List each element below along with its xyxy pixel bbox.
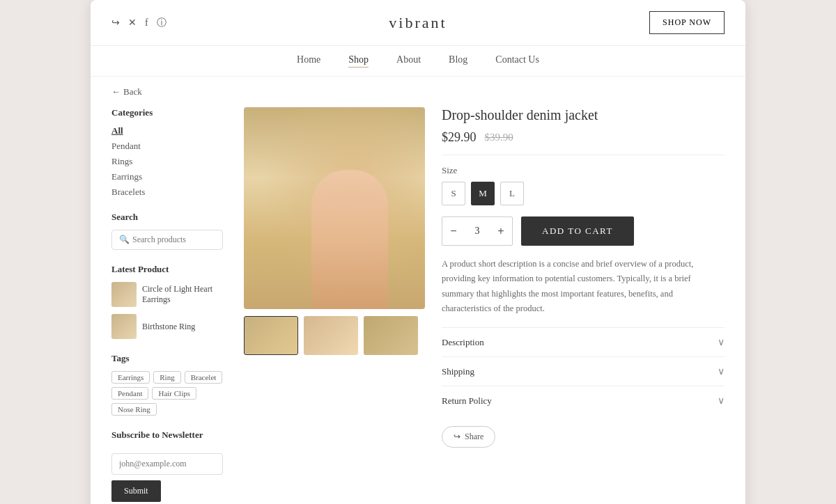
accordion: Description ∨ Shipping ∨ Return Policy [442, 327, 725, 415]
back-link[interactable]: ← Back [91, 77, 745, 107]
thumbnail-2[interactable] [304, 316, 358, 355]
quantity-control: − 3 + [442, 216, 513, 246]
thumbnail-3[interactable] [364, 316, 418, 355]
latest-item-2-label: Birthstone Ring [142, 322, 195, 332]
submit-button[interactable]: Submit [111, 480, 161, 502]
search-box: 🔍 [111, 230, 223, 250]
quantity-value: 3 [465, 226, 490, 237]
x-icon[interactable]: ✕ [128, 17, 137, 29]
logo: vibrant [389, 14, 447, 32]
newsletter-title: Subscribe to Newsletter [111, 430, 223, 441]
latest-thumb-2 [111, 314, 137, 339]
sidebar: Categories All Pendant Rings Earrings Br… [111, 107, 223, 504]
size-section: Size S M L [442, 165, 725, 205]
tag-ring[interactable]: Ring [153, 371, 180, 384]
thumbnail-1[interactable] [244, 316, 298, 355]
accordion-return-title: Return Policy [442, 395, 492, 407]
accordion-description-header[interactable]: Description ∨ [442, 336, 725, 348]
accordion-return-header[interactable]: Return Policy ∨ [442, 395, 725, 407]
categories-list: All Pendant Rings Earrings Bracelets [111, 125, 223, 198]
accordion-shipping-header[interactable]: Shipping ∨ [442, 365, 725, 377]
main-nav: Home Shop About Blog Contact Us [91, 46, 745, 77]
accordion-shipping-title: Shipping [442, 366, 474, 377]
cart-row: − 3 + ADD TO CART [442, 216, 725, 246]
nav-blog[interactable]: Blog [449, 54, 467, 68]
latest-item-2[interactable]: Birthstone Ring [111, 314, 223, 339]
nav-about[interactable]: About [396, 54, 421, 68]
search-icon: 🔍 [119, 235, 130, 245]
latest-product-section: Latest Product Circle of Light Heart Ear… [111, 264, 223, 339]
accordion-description: Description ∨ [442, 327, 725, 356]
accordion-description-title: Description [442, 337, 484, 348]
product-title: Drop-shoulder denim jacket [442, 107, 725, 123]
share-button[interactable]: ↪ Share [442, 426, 495, 448]
category-all[interactable]: All [111, 125, 223, 136]
quantity-decrease[interactable]: − [442, 217, 465, 245]
category-pendant[interactable]: Pendant [111, 141, 223, 152]
tag-earrings[interactable]: Earrings [111, 371, 150, 384]
thumbnails [244, 316, 425, 355]
quantity-increase[interactable]: + [490, 217, 512, 245]
chevron-shipping-icon: ∨ [718, 365, 725, 377]
nav-contact[interactable]: Contact Us [495, 54, 539, 68]
facebook-icon[interactable]: f [145, 17, 148, 29]
price-current: $29.90 [442, 130, 477, 145]
price-original: $39.90 [485, 132, 513, 143]
chevron-description-icon: ∨ [718, 336, 725, 348]
search-input[interactable] [132, 235, 215, 245]
size-m[interactable]: M [471, 182, 495, 205]
accordion-return: Return Policy ∨ [442, 386, 725, 415]
main-product-image [244, 107, 425, 309]
newsletter-section: Subscribe to Newsletter Submit [111, 430, 223, 502]
size-options: S M L [442, 182, 725, 205]
latest-title: Latest Product [111, 264, 223, 275]
size-s[interactable]: S [442, 182, 465, 205]
product-details: Drop-shoulder denim jacket $29.90 $39.90… [442, 107, 725, 504]
product-area: Drop-shoulder denim jacket $29.90 $39.90… [244, 107, 725, 504]
chevron-return-icon: ∨ [718, 395, 725, 407]
main-content: Categories All Pendant Rings Earrings Br… [91, 107, 745, 504]
tag-hairclips[interactable]: Hair Clips [152, 387, 196, 400]
tags-section: Tags Earrings Ring Bracelet Pendant Hair… [111, 353, 223, 416]
category-earrings[interactable]: Earrings [111, 171, 223, 182]
share-icon[interactable]: ↪ [111, 17, 120, 29]
tags-title: Tags [111, 353, 223, 364]
add-to-cart-button[interactable]: ADD TO CART [521, 216, 634, 246]
search-section: Search 🔍 [111, 212, 223, 250]
tag-bracelet[interactable]: Bracelet [185, 371, 223, 384]
shop-now-button[interactable]: SHOP NOW [649, 11, 725, 34]
latest-item-1[interactable]: Circle of Light Heart Earrings [111, 282, 223, 307]
header: ↪ ✕ f ⓘ vibrant SHOP NOW [91, 0, 745, 46]
price-row: $29.90 $39.90 [442, 130, 725, 155]
latest-item-1-label: Circle of Light Heart Earrings [142, 284, 223, 305]
size-label: Size [442, 165, 725, 176]
tag-pendant[interactable]: Pendant [111, 387, 148, 400]
nav-shop[interactable]: Shop [348, 54, 369, 68]
latest-thumb-1 [111, 282, 137, 307]
accordion-shipping: Shipping ∨ [442, 356, 725, 386]
product-images [244, 107, 425, 504]
back-arrow-icon: ← [111, 86, 121, 97]
social-icons: ↪ ✕ f ⓘ [111, 17, 167, 29]
size-l[interactable]: L [500, 182, 524, 205]
share-icon: ↪ [454, 432, 460, 442]
category-bracelets[interactable]: Bracelets [111, 187, 223, 198]
back-label: Back [123, 86, 142, 97]
category-rings[interactable]: Rings [111, 156, 223, 167]
share-label: Share [465, 432, 483, 442]
newsletter-input[interactable] [111, 453, 223, 475]
categories-title: Categories [111, 107, 223, 118]
product-description: A product short description is a concise… [442, 257, 725, 316]
instagram-icon[interactable]: ⓘ [157, 17, 167, 29]
search-title: Search [111, 212, 223, 223]
nav-home[interactable]: Home [297, 54, 320, 68]
tag-nosering[interactable]: Nose Ring [111, 403, 157, 416]
tags-container: Earrings Ring Bracelet Pendant Hair Clip… [111, 371, 223, 416]
